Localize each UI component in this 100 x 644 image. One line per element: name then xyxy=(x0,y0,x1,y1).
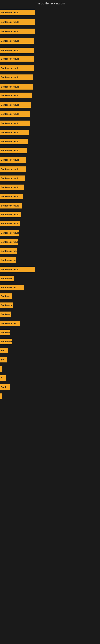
bar-item: Bott xyxy=(0,348,8,354)
bar-item: Bottleneck result xyxy=(0,102,31,108)
bar-label: Bottleneck result xyxy=(1,222,19,225)
bar-label: Bottleneck result xyxy=(1,232,19,234)
bar-label: Bo xyxy=(1,358,4,361)
bar-item: Bottleneck result xyxy=(0,176,25,181)
bar-item: Bottleneck result xyxy=(0,184,24,190)
bar-label: Bottleneck r xyxy=(1,340,12,343)
bar-item: Bottleneck result xyxy=(0,221,20,226)
chart-area: Bottleneck resultBottleneck resultBottle… xyxy=(0,6,100,640)
bar-item: Bottleneck result xyxy=(0,19,35,25)
bar-label: Bottleneck res xyxy=(1,286,16,289)
bar-label: Bottleneck result xyxy=(1,76,19,78)
bar-item: Bo xyxy=(0,357,7,362)
bar-item: | xyxy=(0,394,2,399)
bar-label: Bottleneck result xyxy=(1,30,19,32)
bar-label: Bottleneck res xyxy=(1,259,16,261)
bar-label: Bottleneck result xyxy=(1,140,19,143)
bar-item: Bottlene xyxy=(0,330,10,335)
bar-item: Bottleneck res xyxy=(0,320,20,326)
bar-item: Bottleneck result xyxy=(0,130,29,135)
bar-item: Bottle xyxy=(0,384,10,390)
bar-item: Bottleneck result xyxy=(0,84,33,90)
bar-label: Bottleneck result xyxy=(1,177,19,180)
bar-label: Bottleneck result xyxy=(1,241,18,243)
bar-item: Bottleneck result xyxy=(0,194,23,199)
bar-label: Bottleneck result xyxy=(1,40,19,42)
bar-label: Bottleneck result xyxy=(1,58,19,60)
bar-item: Bottleneck result xyxy=(0,267,35,272)
bar-item: Bottlenec xyxy=(0,294,12,299)
bar-label: Bottleneck result xyxy=(1,158,19,161)
bar-item: Bottleneck result xyxy=(0,212,21,217)
bar-label: | xyxy=(1,368,1,370)
bar-label: Bottleneck result xyxy=(1,250,17,252)
bar-item: Bottleneck result xyxy=(0,239,18,245)
bar-item: Bottleneck res xyxy=(0,285,24,290)
bar-item: Bottleneck result xyxy=(0,111,30,117)
bar-label: Bottleneck result xyxy=(1,131,19,134)
bar-item: B xyxy=(0,375,6,381)
bar-label: Bottleneck result xyxy=(1,268,19,271)
bar-item: Bottleneck result xyxy=(0,10,35,15)
bar-item: Bottleneck result xyxy=(0,157,26,162)
bar-item: Bottleneck result xyxy=(0,230,19,236)
bar-label: | xyxy=(1,395,1,398)
bar-label: Bott xyxy=(1,349,5,352)
bar-label: Bottlene xyxy=(1,331,10,334)
bar-label: Bottleneck result xyxy=(1,122,19,124)
bar-item: Bottleneck result xyxy=(0,74,33,80)
bar-item: Bottleneck result xyxy=(0,248,17,254)
bar-item: Bottleneck result xyxy=(0,92,32,98)
bar-label: Bottleneck result xyxy=(1,195,19,198)
bar-item: Bottleneck result xyxy=(0,56,34,62)
bar-item: Bottleneck res xyxy=(0,257,16,263)
bar-item: Bottleneck result xyxy=(0,166,26,172)
bar-label: Bottle xyxy=(1,386,7,388)
bar-label: Bottleneck result xyxy=(1,104,19,106)
bar-item: | xyxy=(0,366,2,372)
bar-label: Bottleneck result xyxy=(1,213,19,216)
bar-label: Bottleneck r xyxy=(1,277,14,280)
bar-label: Bottleneck result xyxy=(1,21,19,23)
bar-label: Bottleneck result xyxy=(1,94,19,96)
bar-label: Bottleneck result xyxy=(1,149,19,152)
bar-label: Bottleneck r xyxy=(1,304,13,306)
bar-item: Bottleneck result xyxy=(0,38,34,44)
bar-label: Bottlenec xyxy=(1,295,11,298)
site-title: TheBottlenecker.com xyxy=(0,0,100,6)
bar-label: Bottleneck result xyxy=(1,86,19,88)
bar-label: Bottleneck result xyxy=(1,49,19,52)
bar-label: Bottleneck result xyxy=(1,204,19,207)
bar-item: Bottleneck result xyxy=(0,120,30,126)
bar-item: Bottleneck r xyxy=(0,302,13,308)
bar-label: B xyxy=(1,377,2,379)
bar-label: Bottleneck result xyxy=(1,113,19,115)
bar-item: Bottleneck result xyxy=(0,66,34,71)
bar-item: Bottleneck result xyxy=(0,28,35,34)
bar-item: Bottleneck r xyxy=(0,339,12,344)
bar-label: Bottleneck result xyxy=(1,168,19,170)
bar-item: Bottleneck result xyxy=(0,139,28,144)
bar-label: Bottleneck xyxy=(1,313,11,316)
bar-label: Bottleneck result xyxy=(1,186,19,188)
bar-item: Bottleneck result xyxy=(0,203,22,208)
bar-label: Bottleneck result xyxy=(1,11,19,14)
bar-item: Bottleneck result xyxy=(0,48,34,53)
bar-item: Bottleneck xyxy=(0,312,11,317)
bar-label: Bottleneck res xyxy=(1,322,16,324)
bar-item: Bottleneck result xyxy=(0,148,27,153)
bar-label: Bottleneck result xyxy=(1,67,19,70)
bar-item: Bottleneck r xyxy=(0,276,14,281)
